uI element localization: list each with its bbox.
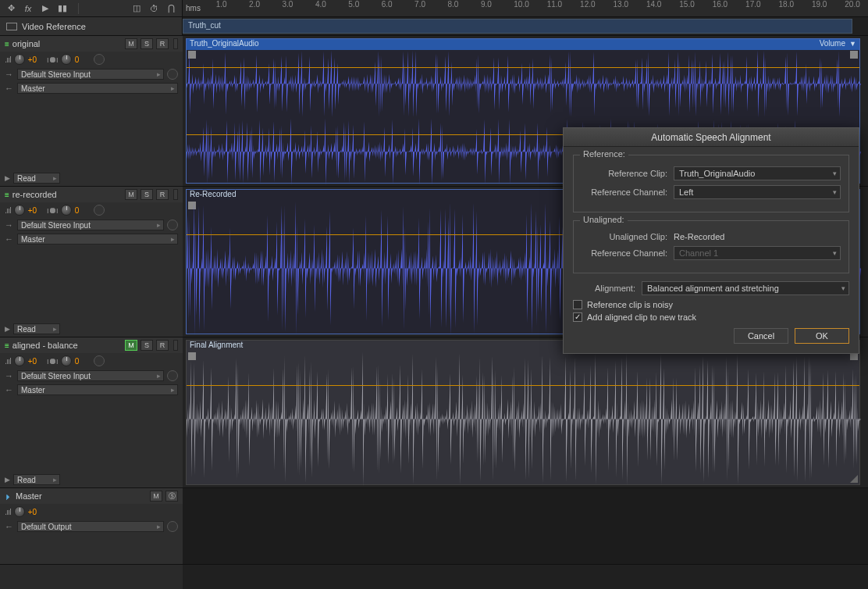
audio-clip[interactable]: Final Alignment <box>186 340 860 485</box>
volume-knob[interactable] <box>14 355 25 366</box>
output-arrow-icon: ← <box>5 234 14 244</box>
clip-title: Truth_OriginalAudio <box>190 39 259 48</box>
mute-button[interactable]: M <box>150 491 162 502</box>
output-arrow-icon: ← <box>5 385 14 394</box>
new-track-checkbox[interactable] <box>573 312 582 322</box>
pan-value: 0 <box>75 206 91 215</box>
output-select[interactable]: Master <box>17 384 178 395</box>
ruler-unit: hms <box>186 4 201 12</box>
pan-value: 0 <box>75 357 91 366</box>
noisy-checkbox[interactable] <box>573 300 582 309</box>
input-arrow-icon: → <box>5 70 14 79</box>
track-expand-button[interactable] <box>173 38 178 49</box>
fx-loop-button[interactable] <box>94 355 105 366</box>
ruler-tick: 19.0 <box>812 0 827 9</box>
ruler-tick: 7.0 <box>414 0 425 9</box>
mute-button[interactable]: M <box>125 189 137 200</box>
clip-volume-label[interactable]: Volume <box>820 39 845 48</box>
level-icon: .ııl <box>5 205 11 215</box>
ruler-tick: 18.0 <box>779 0 794 9</box>
solo-button[interactable]: S <box>141 38 153 49</box>
automation-mode-select[interactable]: Read <box>13 323 60 334</box>
ruler-tick: 3.0 <box>283 0 293 9</box>
chevron-down-icon[interactable]: ▼ <box>849 40 856 48</box>
reference-channel-select[interactable]: Left <box>674 185 841 199</box>
ruler-tick: 15.0 <box>679 0 694 9</box>
automation-mode-select[interactable]: Read <box>13 173 60 184</box>
output-opt-button[interactable] <box>167 521 178 532</box>
ruler-tick: 14.0 <box>646 0 661 9</box>
track-name[interactable]: aligned - balance <box>12 341 122 350</box>
track-wave-icon: ⏵ <box>5 492 12 501</box>
clip-resize-handle[interactable] <box>850 475 858 483</box>
record-button[interactable]: R <box>156 340 169 351</box>
output-select[interactable]: Default Output <box>17 521 164 532</box>
track-wave-icon: ≡ <box>5 40 9 48</box>
chart-icon[interactable]: ▮▮ <box>56 2 69 15</box>
ruler-tick: 10.0 <box>514 0 528 9</box>
new-track-label: Add aligned clip to new track <box>587 312 696 322</box>
video-reference-lane[interactable]: Truth_cut <box>183 17 868 36</box>
expand-icon[interactable]: ▶ <box>5 476 10 484</box>
input-monitor-button[interactable] <box>167 370 178 381</box>
input-monitor-button[interactable] <box>167 69 178 80</box>
alignment-select[interactable]: Balanced alignment and stretching <box>642 281 849 295</box>
volume-knob[interactable] <box>14 54 25 65</box>
reference-clip-select[interactable]: Truth_OriginalAudio <box>674 166 841 180</box>
pan-knob[interactable] <box>61 355 72 366</box>
expand-icon[interactable]: ▶ <box>5 325 10 333</box>
pan-knob[interactable] <box>61 54 72 65</box>
move-tool-icon[interactable]: ✥ <box>5 2 17 15</box>
output-select[interactable]: Master <box>17 234 178 245</box>
play-icon[interactable]: ▶ <box>39 2 52 15</box>
expand-icon[interactable]: ▶ <box>5 174 10 182</box>
ruler-tick: 5.0 <box>348 0 359 9</box>
solo-button[interactable]: Ⓢ <box>165 491 178 502</box>
automation-mode-select[interactable]: Read <box>13 474 60 485</box>
ok-button[interactable]: OK <box>795 328 849 344</box>
volume-knob[interactable] <box>14 506 25 517</box>
track-name[interactable]: re-recorded <box>12 190 122 199</box>
solo-button[interactable]: S <box>141 189 153 200</box>
dialog-title[interactable]: Automatic Speech Alignment <box>564 128 859 147</box>
ruler-tick: 20.0 <box>845 0 859 9</box>
mute-button[interactable]: M <box>125 38 137 49</box>
video-reference-panel: Video Reference <box>0 17 183 36</box>
speech-alignment-dialog: Automatic Speech Alignment Reference: Re… <box>563 127 859 354</box>
level-icon: .ııl <box>5 55 11 64</box>
record-button[interactable]: R <box>156 189 169 200</box>
unaligned-fieldset: Unaligned: Unaligned Clip: Re-Recorded R… <box>573 220 849 273</box>
fx-loop-button[interactable] <box>94 205 105 216</box>
track-header: ≡ aligned - balance M S R .ııl +0 ı⏺ı0 →… <box>0 337 183 488</box>
track-name[interactable]: original <box>12 39 122 48</box>
ruler-tick: 2.0 <box>249 0 260 9</box>
input-monitor-button[interactable] <box>167 220 178 230</box>
record-button[interactable]: R <box>156 38 169 49</box>
timeline-ruler[interactable]: hms 1.02.03.04.05.06.07.08.09.010.011.01… <box>183 0 868 17</box>
pan-knob[interactable] <box>61 205 72 216</box>
input-select[interactable]: Default Stereo Input <box>17 220 164 230</box>
level-icon: .ııl <box>5 356 11 366</box>
solo-button[interactable]: S <box>141 340 153 351</box>
mute-button[interactable]: M <box>125 340 137 351</box>
output-select[interactable]: Master <box>17 83 178 94</box>
track-expand-button[interactable] <box>173 189 178 200</box>
snap-icon[interactable]: ◫ <box>130 2 143 15</box>
pan-value: 0 <box>75 55 91 64</box>
track-name[interactable]: Master <box>16 491 147 501</box>
global-toolbar: ✥ fx ▶ ▮▮ ◫ ⏱ ⋂ <box>0 0 183 17</box>
cancel-button[interactable]: Cancel <box>734 328 788 344</box>
input-select[interactable]: Default Stereo Input <box>17 370 164 381</box>
track-lane[interactable]: Final Alignment <box>183 337 868 488</box>
fx-icon[interactable]: fx <box>22 2 34 15</box>
input-arrow-icon: → <box>5 220 14 230</box>
input-select[interactable]: Default Stereo Input <box>17 69 164 80</box>
pan-icon: ı⏺ı <box>47 55 58 64</box>
video-reference-clip[interactable]: Truth_cut <box>183 19 852 34</box>
volume-knob[interactable] <box>14 205 25 216</box>
fx-loop-button[interactable] <box>94 54 105 65</box>
track-expand-button[interactable] <box>173 340 178 351</box>
ruler-tick: 8.0 <box>448 0 459 9</box>
timer-icon[interactable]: ⏱ <box>148 2 160 15</box>
headphones-icon[interactable]: ⋂ <box>165 2 177 15</box>
